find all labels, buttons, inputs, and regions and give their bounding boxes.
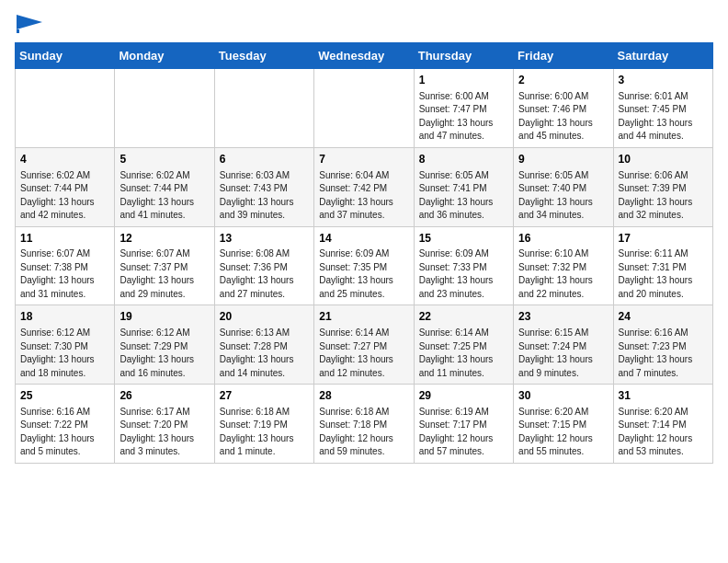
calendar-cell: 1Sunrise: 6:00 AM Sunset: 7:47 PM Daylig… [414,69,513,148]
weekday-header-row: SundayMondayTuesdayWednesdayThursdayFrid… [16,43,713,69]
day-info: Sunrise: 6:16 AM Sunset: 7:22 PM Dayligh… [20,406,109,459]
calendar-cell: 12Sunrise: 6:07 AM Sunset: 7:37 PM Dayli… [115,226,214,305]
day-number: 20 [220,309,309,325]
day-number: 3 [619,73,708,88]
day-number: 23 [518,309,608,325]
day-number: 5 [119,152,209,167]
calendar-cell: 2Sunrise: 6:00 AM Sunset: 7:46 PM Daylig… [514,69,613,148]
day-number: 14 [319,231,408,247]
weekday-header-saturday: Saturday [613,43,712,69]
day-info: Sunrise: 6:02 AM Sunset: 7:44 PM Dayligh… [119,169,209,223]
calendar-cell: 7Sunrise: 6:04 AM Sunset: 7:42 PM Daylig… [314,147,414,226]
calendar-cell: 22Sunrise: 6:14 AM Sunset: 7:25 PM Dayli… [414,305,513,385]
day-info: Sunrise: 6:12 AM Sunset: 7:29 PM Dayligh… [119,327,209,380]
day-info: Sunrise: 6:02 AM Sunset: 7:44 PM Dayligh… [20,169,109,223]
calendar-cell: 29Sunrise: 6:19 AM Sunset: 7:17 PM Dayli… [414,385,513,464]
weekday-header-wednesday: Wednesday [314,43,414,69]
day-number: 18 [20,309,109,325]
day-info: Sunrise: 6:04 AM Sunset: 7:42 PM Dayligh… [319,169,408,223]
calendar-cell: 9Sunrise: 6:05 AM Sunset: 7:40 PM Daylig… [514,147,613,226]
day-number: 26 [119,388,209,404]
day-info: Sunrise: 6:10 AM Sunset: 7:32 PM Dayligh… [518,247,608,301]
calendar-table: SundayMondayTuesdayWednesdayThursdayFrid… [15,42,713,464]
calendar-cell: 30Sunrise: 6:20 AM Sunset: 7:15 PM Dayli… [514,385,613,464]
day-number: 10 [619,152,708,167]
calendar-cell: 3Sunrise: 6:01 AM Sunset: 7:45 PM Daylig… [613,69,712,148]
weekday-header-thursday: Thursday [414,43,513,69]
day-number: 11 [20,231,109,247]
day-number: 2 [518,73,608,88]
calendar-cell [16,69,115,148]
day-info: Sunrise: 6:13 AM Sunset: 7:28 PM Dayligh… [220,327,309,380]
calendar-cell: 5Sunrise: 6:02 AM Sunset: 7:44 PM Daylig… [115,147,214,226]
day-number: 27 [220,388,309,404]
weekday-header-sunday: Sunday [16,43,115,69]
calendar-cell: 14Sunrise: 6:09 AM Sunset: 7:35 PM Dayli… [314,226,414,305]
weekday-header-monday: Monday [115,43,214,69]
day-info: Sunrise: 6:06 AM Sunset: 7:39 PM Dayligh… [619,169,708,223]
day-number: 13 [220,231,309,247]
day-number: 19 [119,309,209,325]
day-number: 25 [20,388,109,404]
day-info: Sunrise: 6:17 AM Sunset: 7:20 PM Dayligh… [119,406,209,459]
day-number: 8 [419,152,508,167]
calendar-cell: 15Sunrise: 6:09 AM Sunset: 7:33 PM Dayli… [414,226,513,305]
day-number: 7 [319,152,408,167]
weekday-header-tuesday: Tuesday [214,43,313,69]
day-info: Sunrise: 6:05 AM Sunset: 7:41 PM Dayligh… [419,169,508,223]
day-info: Sunrise: 6:14 AM Sunset: 7:25 PM Dayligh… [419,327,508,380]
day-number: 4 [20,152,109,167]
day-info: Sunrise: 6:05 AM Sunset: 7:40 PM Dayligh… [518,169,608,223]
calendar-cell [115,69,214,148]
day-info: Sunrise: 6:18 AM Sunset: 7:18 PM Dayligh… [319,406,408,459]
week-row-1: 1Sunrise: 6:00 AM Sunset: 7:47 PM Daylig… [16,69,713,148]
day-info: Sunrise: 6:09 AM Sunset: 7:35 PM Dayligh… [319,247,408,301]
week-row-2: 4Sunrise: 6:02 AM Sunset: 7:44 PM Daylig… [16,147,713,226]
day-number: 22 [419,309,508,325]
calendar-cell: 18Sunrise: 6:12 AM Sunset: 7:30 PM Dayli… [16,305,115,385]
weekday-header-friday: Friday [514,43,613,69]
calendar-cell: 16Sunrise: 6:10 AM Sunset: 7:32 PM Dayli… [514,226,613,305]
day-number: 30 [518,388,608,404]
week-row-3: 11Sunrise: 6:07 AM Sunset: 7:38 PM Dayli… [16,226,713,305]
day-number: 17 [619,231,708,247]
day-number: 21 [319,309,408,325]
calendar-cell: 13Sunrise: 6:08 AM Sunset: 7:36 PM Dayli… [214,226,313,305]
calendar-cell: 24Sunrise: 6:16 AM Sunset: 7:23 PM Dayli… [613,305,712,385]
day-info: Sunrise: 6:00 AM Sunset: 7:47 PM Dayligh… [419,90,508,144]
calendar-cell [314,69,414,148]
day-number: 24 [619,309,708,325]
day-info: Sunrise: 6:16 AM Sunset: 7:23 PM Dayligh… [619,327,708,380]
day-info: Sunrise: 6:08 AM Sunset: 7:36 PM Dayligh… [220,247,309,301]
day-info: Sunrise: 6:07 AM Sunset: 7:38 PM Dayligh… [20,247,109,301]
calendar-cell: 23Sunrise: 6:15 AM Sunset: 7:24 PM Dayli… [514,305,613,385]
calendar-cell: 6Sunrise: 6:03 AM Sunset: 7:43 PM Daylig… [214,147,313,226]
week-row-5: 25Sunrise: 6:16 AM Sunset: 7:22 PM Dayli… [16,385,713,464]
calendar-cell: 25Sunrise: 6:16 AM Sunset: 7:22 PM Dayli… [16,385,115,464]
day-info: Sunrise: 6:09 AM Sunset: 7:33 PM Dayligh… [419,247,508,301]
day-info: Sunrise: 6:18 AM Sunset: 7:19 PM Dayligh… [220,406,309,459]
calendar-cell: 10Sunrise: 6:06 AM Sunset: 7:39 PM Dayli… [613,147,712,226]
day-info: Sunrise: 6:19 AM Sunset: 7:17 PM Dayligh… [419,406,508,459]
day-number: 16 [518,231,608,247]
calendar-cell: 28Sunrise: 6:18 AM Sunset: 7:18 PM Dayli… [314,385,414,464]
day-number: 12 [119,231,209,247]
calendar-cell: 19Sunrise: 6:12 AM Sunset: 7:29 PM Dayli… [115,305,214,385]
calendar-cell: 8Sunrise: 6:05 AM Sunset: 7:41 PM Daylig… [414,147,513,226]
header [15,15,713,33]
day-number: 1 [419,73,508,88]
calendar-cell: 21Sunrise: 6:14 AM Sunset: 7:27 PM Dayli… [314,305,414,385]
day-number: 31 [619,388,708,404]
calendar-cell: 31Sunrise: 6:20 AM Sunset: 7:14 PM Dayli… [613,385,712,464]
day-info: Sunrise: 6:00 AM Sunset: 7:46 PM Dayligh… [518,90,608,144]
day-info: Sunrise: 6:03 AM Sunset: 7:43 PM Dayligh… [220,169,309,223]
svg-marker-0 [17,15,42,29]
day-info: Sunrise: 6:11 AM Sunset: 7:31 PM Dayligh… [619,247,708,301]
calendar-cell: 27Sunrise: 6:18 AM Sunset: 7:19 PM Dayli… [214,385,313,464]
logo-flag-icon [17,15,42,33]
calendar-cell [214,69,313,148]
day-number: 28 [319,388,408,404]
svg-rect-1 [17,29,19,33]
calendar-cell: 17Sunrise: 6:11 AM Sunset: 7:31 PM Dayli… [613,226,712,305]
day-info: Sunrise: 6:20 AM Sunset: 7:15 PM Dayligh… [518,406,608,459]
